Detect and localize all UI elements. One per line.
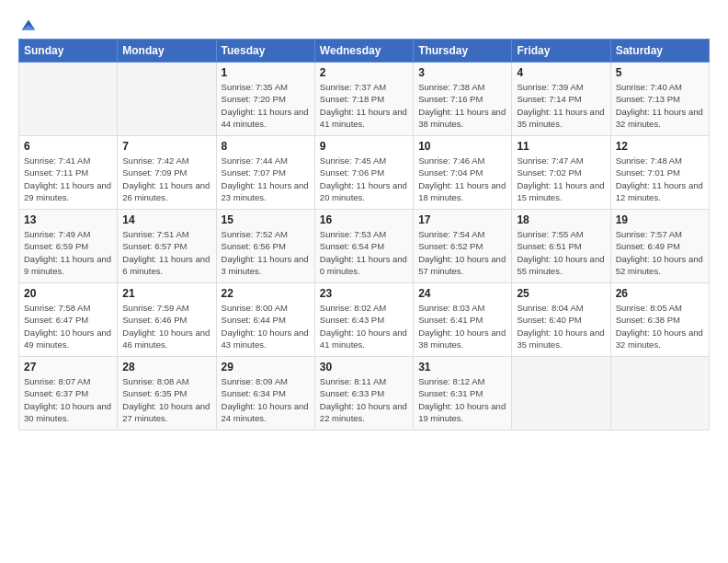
day-number: 24 — [418, 287, 506, 300]
calendar-container: SundayMondayTuesdayWednesdayThursdayFrid… — [18, 39, 710, 431]
day-number: 11 — [517, 140, 605, 153]
weekday-header-wednesday: Wednesday — [314, 40, 413, 63]
calendar-week-row: 27Sunrise: 8:07 AMSunset: 6:37 PMDayligh… — [19, 357, 710, 431]
day-number: 30 — [320, 361, 408, 373]
day-info: Sunrise: 7:58 AMSunset: 6:47 PMDaylight:… — [24, 302, 112, 350]
day-info: Sunrise: 7:39 AMSunset: 7:14 PMDaylight:… — [517, 81, 605, 130]
day-number: 15 — [222, 213, 310, 226]
day-info: Sunrise: 8:04 AMSunset: 6:40 PMDaylight:… — [517, 302, 605, 350]
calendar-cell: 28Sunrise: 8:08 AMSunset: 6:35 PMDayligh… — [118, 357, 216, 431]
day-number: 17 — [418, 213, 506, 226]
day-info: Sunrise: 7:48 AMSunset: 7:01 PMDaylight:… — [616, 155, 704, 203]
calendar-cell: 7Sunrise: 7:42 AMSunset: 7:09 PMDaylight… — [118, 136, 216, 210]
day-info: Sunrise: 8:08 AMSunset: 6:35 PMDaylight:… — [122, 375, 210, 424]
day-number: 6 — [24, 140, 112, 153]
day-info: Sunrise: 7:45 AMSunset: 7:06 PMDaylight:… — [320, 155, 408, 203]
page-header — [9, 9, 719, 33]
calendar-cell: 23Sunrise: 8:02 AMSunset: 6:43 PMDayligh… — [314, 283, 413, 357]
day-number: 18 — [517, 213, 605, 226]
day-info: Sunrise: 7:59 AMSunset: 6:46 PMDaylight:… — [122, 302, 210, 350]
calendar-cell: 19Sunrise: 7:57 AMSunset: 6:49 PMDayligh… — [610, 210, 709, 283]
day-info: Sunrise: 7:35 AMSunset: 7:20 PMDaylight:… — [222, 81, 310, 130]
calendar-cell: 9Sunrise: 7:45 AMSunset: 7:06 PMDaylight… — [314, 136, 413, 210]
logo — [18, 17, 37, 29]
day-number: 2 — [320, 66, 408, 79]
calendar-cell: 29Sunrise: 8:09 AMSunset: 6:34 PMDayligh… — [216, 357, 314, 431]
day-number: 20 — [24, 287, 112, 300]
calendar-cell: 16Sunrise: 7:53 AMSunset: 6:54 PMDayligh… — [314, 210, 413, 283]
day-info: Sunrise: 8:09 AMSunset: 6:34 PMDaylight:… — [222, 375, 310, 424]
calendar-cell: 1Sunrise: 7:35 AMSunset: 7:20 PMDaylight… — [216, 63, 314, 136]
day-info: Sunrise: 7:53 AMSunset: 6:54 PMDaylight:… — [320, 228, 408, 277]
calendar-cell: 14Sunrise: 7:51 AMSunset: 6:57 PMDayligh… — [118, 210, 216, 283]
day-number: 9 — [320, 140, 408, 153]
day-number: 22 — [222, 287, 310, 300]
calendar-cell — [610, 357, 709, 431]
day-info: Sunrise: 7:37 AMSunset: 7:18 PMDaylight:… — [320, 81, 408, 130]
day-info: Sunrise: 7:46 AMSunset: 7:04 PMDaylight:… — [418, 155, 506, 203]
calendar-table: SundayMondayTuesdayWednesdayThursdayFrid… — [18, 39, 710, 431]
weekday-header-saturday: Saturday — [610, 40, 709, 63]
day-info: Sunrise: 7:41 AMSunset: 7:11 PMDaylight:… — [24, 155, 112, 203]
day-info: Sunrise: 7:42 AMSunset: 7:09 PMDaylight:… — [122, 155, 210, 203]
calendar-cell: 8Sunrise: 7:44 AMSunset: 7:07 PMDaylight… — [216, 136, 314, 210]
day-number: 21 — [122, 287, 210, 300]
day-number: 10 — [418, 140, 506, 153]
day-info: Sunrise: 8:07 AMSunset: 6:37 PMDaylight:… — [24, 375, 112, 424]
calendar-cell — [118, 63, 216, 136]
day-info: Sunrise: 8:00 AMSunset: 6:44 PMDaylight:… — [222, 302, 310, 350]
day-number: 13 — [24, 213, 112, 226]
day-info: Sunrise: 7:44 AMSunset: 7:07 PMDaylight:… — [222, 155, 310, 203]
day-number: 1 — [222, 66, 310, 79]
calendar-cell: 10Sunrise: 7:46 AMSunset: 7:04 PMDayligh… — [414, 136, 512, 210]
calendar-cell: 12Sunrise: 7:48 AMSunset: 7:01 PMDayligh… — [610, 136, 709, 210]
weekday-header-friday: Friday — [512, 40, 610, 63]
day-info: Sunrise: 8:05 AMSunset: 6:38 PMDaylight:… — [616, 302, 704, 350]
day-number: 19 — [616, 213, 704, 226]
logo-icon — [20, 17, 37, 33]
calendar-week-row: 20Sunrise: 7:58 AMSunset: 6:47 PMDayligh… — [19, 283, 710, 357]
calendar-cell: 4Sunrise: 7:39 AMSunset: 7:14 PMDaylight… — [512, 63, 610, 136]
calendar-cell: 18Sunrise: 7:55 AMSunset: 6:51 PMDayligh… — [512, 210, 610, 283]
calendar-cell: 24Sunrise: 8:03 AMSunset: 6:41 PMDayligh… — [414, 283, 512, 357]
day-info: Sunrise: 7:52 AMSunset: 6:56 PMDaylight:… — [222, 228, 310, 277]
day-number: 8 — [222, 140, 310, 153]
calendar-cell: 30Sunrise: 8:11 AMSunset: 6:33 PMDayligh… — [314, 357, 413, 431]
day-info: Sunrise: 8:03 AMSunset: 6:41 PMDaylight:… — [418, 302, 506, 350]
day-info: Sunrise: 7:51 AMSunset: 6:57 PMDaylight:… — [122, 228, 210, 277]
weekday-header-sunday: Sunday — [19, 40, 118, 63]
calendar-cell: 25Sunrise: 8:04 AMSunset: 6:40 PMDayligh… — [512, 283, 610, 357]
calendar-week-row: 6Sunrise: 7:41 AMSunset: 7:11 PMDaylight… — [19, 136, 710, 210]
day-info: Sunrise: 7:49 AMSunset: 6:59 PMDaylight:… — [24, 228, 112, 277]
day-number: 28 — [122, 361, 210, 373]
calendar-cell: 26Sunrise: 8:05 AMSunset: 6:38 PMDayligh… — [610, 283, 709, 357]
weekday-header-row: SundayMondayTuesdayWednesdayThursdayFrid… — [19, 40, 710, 63]
calendar-cell: 17Sunrise: 7:54 AMSunset: 6:52 PMDayligh… — [414, 210, 512, 283]
calendar-cell: 21Sunrise: 7:59 AMSunset: 6:46 PMDayligh… — [118, 283, 216, 357]
calendar-cell: 31Sunrise: 8:12 AMSunset: 6:31 PMDayligh… — [414, 357, 512, 431]
day-number: 25 — [517, 287, 605, 300]
calendar-week-row: 1Sunrise: 7:35 AMSunset: 7:20 PMDaylight… — [19, 63, 710, 136]
day-number: 4 — [517, 66, 605, 79]
day-number: 12 — [616, 140, 704, 153]
day-info: Sunrise: 8:11 AMSunset: 6:33 PMDaylight:… — [320, 375, 408, 424]
weekday-header-monday: Monday — [118, 40, 216, 63]
weekday-header-tuesday: Tuesday — [216, 40, 314, 63]
day-info: Sunrise: 7:40 AMSunset: 7:13 PMDaylight:… — [616, 81, 704, 130]
calendar-cell: 6Sunrise: 7:41 AMSunset: 7:11 PMDaylight… — [19, 136, 118, 210]
day-info: Sunrise: 7:55 AMSunset: 6:51 PMDaylight:… — [517, 228, 605, 277]
day-info: Sunrise: 8:02 AMSunset: 6:43 PMDaylight:… — [320, 302, 408, 350]
day-number: 5 — [616, 66, 704, 79]
calendar-cell: 20Sunrise: 7:58 AMSunset: 6:47 PMDayligh… — [19, 283, 118, 357]
calendar-cell: 27Sunrise: 8:07 AMSunset: 6:37 PMDayligh… — [19, 357, 118, 431]
day-info: Sunrise: 8:12 AMSunset: 6:31 PMDaylight:… — [418, 375, 506, 424]
day-info: Sunrise: 7:47 AMSunset: 7:02 PMDaylight:… — [517, 155, 605, 203]
calendar-cell: 13Sunrise: 7:49 AMSunset: 6:59 PMDayligh… — [19, 210, 118, 283]
calendar-cell — [19, 63, 118, 136]
day-number: 23 — [320, 287, 408, 300]
calendar-cell: 22Sunrise: 8:00 AMSunset: 6:44 PMDayligh… — [216, 283, 314, 357]
day-info: Sunrise: 7:38 AMSunset: 7:16 PMDaylight:… — [418, 81, 506, 130]
day-number: 26 — [616, 287, 704, 300]
day-info: Sunrise: 7:54 AMSunset: 6:52 PMDaylight:… — [418, 228, 506, 277]
day-number: 7 — [122, 140, 210, 153]
